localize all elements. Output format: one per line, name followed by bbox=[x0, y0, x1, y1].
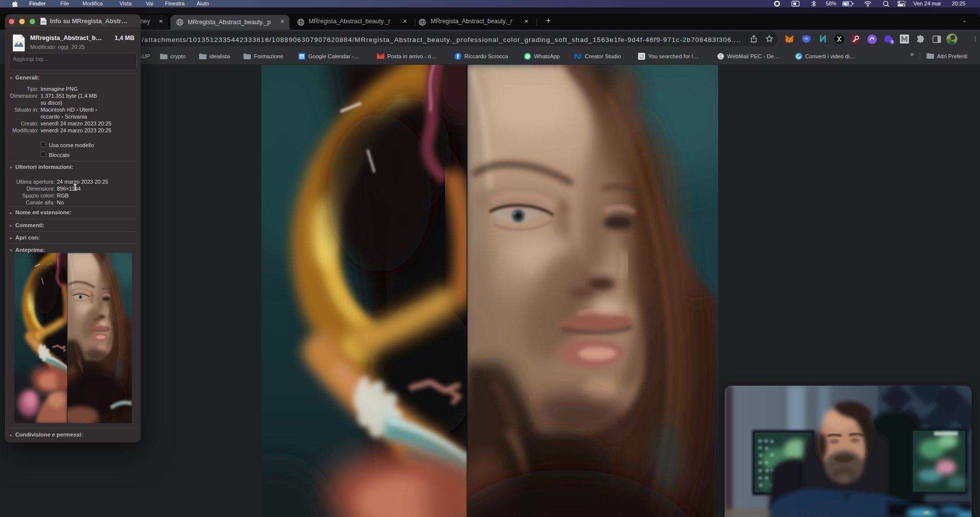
svg-text:5: 5 bbox=[891, 40, 893, 43]
svg-text:31: 31 bbox=[300, 54, 304, 58]
